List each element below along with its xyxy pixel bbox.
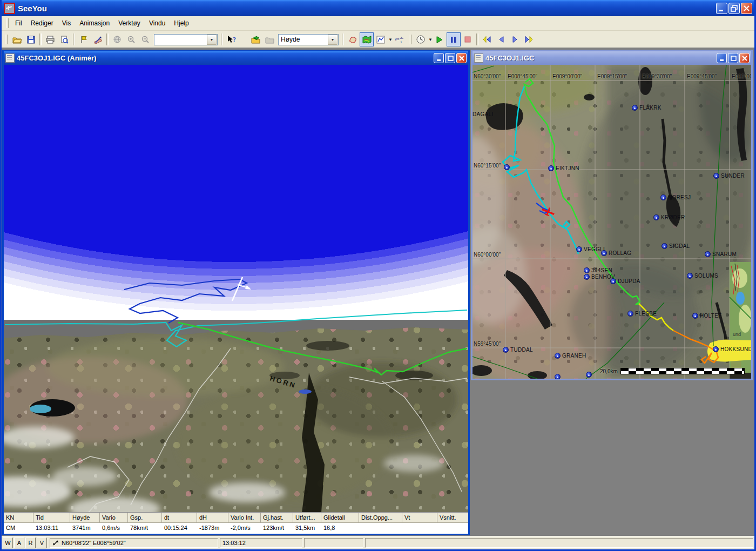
- child-minimize-button[interactable]: [717, 53, 727, 63]
- print-button[interactable]: [43, 32, 57, 46]
- zoom-scale-dropdown[interactable]: ▼: [207, 35, 217, 45]
- status-bar: WARV N60°08'22" E008°59'02" 13:03:12: [2, 536, 754, 549]
- print-preview-button[interactable]: [57, 32, 71, 46]
- child-close-button[interactable]: [456, 53, 467, 63]
- toolbar-gripper[interactable]: [5, 35, 8, 44]
- open-flight-button[interactable]: [248, 32, 262, 46]
- latitude-grid-label: N59°45'00": [474, 341, 501, 347]
- window-3d-titlebar[interactable]: 45FC3OJ1.IGC (Animér): [4, 51, 468, 65]
- cursor-coordinates: N60°08'22" E008°59'02": [62, 540, 126, 546]
- svg-text:s: s: [401, 36, 402, 39]
- statusbar-mode-button[interactable]: W: [3, 537, 13, 548]
- table-header-cell: Dist.Oppg...: [359, 513, 402, 523]
- table-value-cell: -1873m: [197, 523, 228, 533]
- app-title: SeeYou: [18, 4, 716, 13]
- play-button[interactable]: [433, 32, 447, 46]
- statusbar-mode-button[interactable]: A: [14, 537, 24, 548]
- waypoint-marker: SIGDAL: [662, 243, 690, 249]
- airspace-button[interactable]: [346, 32, 360, 46]
- menubar-gripper[interactable]: [6, 18, 9, 28]
- table-header-cell: Gj.hast.: [261, 513, 293, 523]
- statusbar-mode-button[interactable]: V: [37, 537, 47, 548]
- seek-end-button[interactable]: [522, 32, 536, 46]
- seek-start-button[interactable]: [480, 32, 494, 46]
- waypoint-marker: DJUPDA: [610, 278, 640, 284]
- waypoint-marker: KRØDER: [653, 214, 685, 220]
- toolbar: ▼ ? Høyde ▼ ▼ v=st ▼: [2, 31, 754, 49]
- menu-item[interactable]: Vindu: [145, 18, 170, 29]
- statistics-button[interactable]: v=st: [393, 32, 407, 46]
- pause-button[interactable]: [447, 32, 461, 46]
- menu-item[interactable]: Vis: [58, 18, 75, 29]
- optimize-flag-button[interactable]: [77, 32, 91, 46]
- map-view-button[interactable]: [360, 32, 374, 46]
- table-header-cell: Vsnitt.: [437, 513, 468, 523]
- zoom-out-button-disabled: [138, 32, 152, 46]
- latitude-grid-label: N60°00'00": [474, 252, 501, 258]
- animation-clock-dropdown[interactable]: ▼: [428, 37, 433, 42]
- step-forward-button[interactable]: [508, 32, 522, 46]
- animation-time-panel: 13:03:12: [220, 538, 302, 548]
- svg-text:v=: v=: [395, 37, 400, 42]
- statusbar-mode-button[interactable]: R: [25, 537, 36, 548]
- zoom-scale-combobox[interactable]: ▼: [154, 34, 218, 45]
- waypoint-icon: [601, 250, 607, 256]
- save-button[interactable]: [24, 32, 38, 46]
- child-minimize-button[interactable]: [434, 53, 444, 63]
- waypoint-marker: FLAKRK: [632, 105, 662, 111]
- table-header-cell: Tid: [33, 513, 70, 523]
- color-by-combobox[interactable]: Høyde ▼: [278, 34, 339, 45]
- table-header-cell: Gsp.: [128, 513, 162, 523]
- child-maximize-button[interactable]: [728, 53, 738, 63]
- menu-item[interactable]: Fil: [11, 18, 26, 29]
- longitude-grid-label: E008°45'00": [508, 73, 537, 79]
- waypoint-marker: DAGALI: [473, 111, 493, 117]
- three-d-flight-view[interactable]: HORN: [4, 65, 468, 513]
- minimize-button[interactable]: [716, 3, 727, 14]
- open-button[interactable]: [10, 32, 24, 46]
- flight-data-table: KNTidHøydeVarioGsp.dtdHVario Int.Gj.hast…: [4, 512, 468, 534]
- restore-button[interactable]: [728, 3, 740, 14]
- waypoint-icon: [548, 165, 554, 171]
- map-edge-label: und: [733, 332, 741, 337]
- menu-item[interactable]: Verktøy: [114, 18, 145, 29]
- waypoint-icon: [584, 267, 590, 273]
- table-value-cell: [437, 523, 468, 533]
- waypoint-marker: [555, 374, 562, 379]
- flight-graph-dropdown[interactable]: ▼: [388, 37, 393, 42]
- menu-item[interactable]: Hjelp: [170, 18, 193, 29]
- child-maximize-button[interactable]: [445, 53, 455, 63]
- table-value-cell: 16,8: [321, 523, 359, 533]
- latitude-grid-label: N60°15'00": [474, 163, 501, 169]
- map-scale-bar: 20,0km: [600, 368, 745, 374]
- flight-track-overlay: HORN: [4, 65, 468, 513]
- stop-button[interactable]: [461, 32, 475, 46]
- scale-checker-bar: [620, 368, 745, 374]
- map-view[interactable]: E008°45'00"E009°00'00"E009°15'00"E009°30…: [473, 65, 751, 379]
- waypoint-marker: [504, 164, 511, 170]
- menu-item[interactable]: Animasjon: [75, 18, 114, 29]
- window-3d-view: 45FC3OJ1.IGC (Animér): [2, 50, 470, 535]
- context-help-button[interactable]: ?: [225, 32, 239, 46]
- flight-table-header: KNTidHøydeVarioGsp.dtdHVario Int.Gj.hast…: [4, 513, 468, 523]
- close-button[interactable]: [741, 3, 752, 14]
- table-header-cell: Glidetall: [321, 513, 359, 523]
- table-value-cell: 123km/t: [261, 523, 293, 533]
- menu-item[interactable]: Rediger: [26, 18, 58, 29]
- window-map-titlebar[interactable]: 45FC3OJ1.IGC: [473, 51, 751, 65]
- globe-button-disabled: [110, 32, 124, 46]
- color-by-dropdown[interactable]: ▼: [328, 35, 338, 45]
- measure-button[interactable]: [91, 32, 105, 46]
- animation-clock-button[interactable]: [414, 32, 428, 46]
- waypoint-marker: ROLLAG: [601, 250, 631, 256]
- flight-graph-button[interactable]: [374, 32, 388, 46]
- longitude-grid-label: E009°15'00": [597, 73, 627, 79]
- flight-document-icon: [5, 53, 15, 63]
- status-panel-empty-2: [365, 538, 753, 548]
- waypoint-icon: [705, 251, 711, 257]
- waypoint-marker: HOKKSUND: [713, 346, 751, 352]
- child-close-button[interactable]: [739, 53, 750, 63]
- waypoint-marker: EIKTJNN: [548, 165, 579, 171]
- step-back-button[interactable]: [494, 32, 508, 46]
- app-titlebar[interactable]: SeeYou: [2, 0, 754, 16]
